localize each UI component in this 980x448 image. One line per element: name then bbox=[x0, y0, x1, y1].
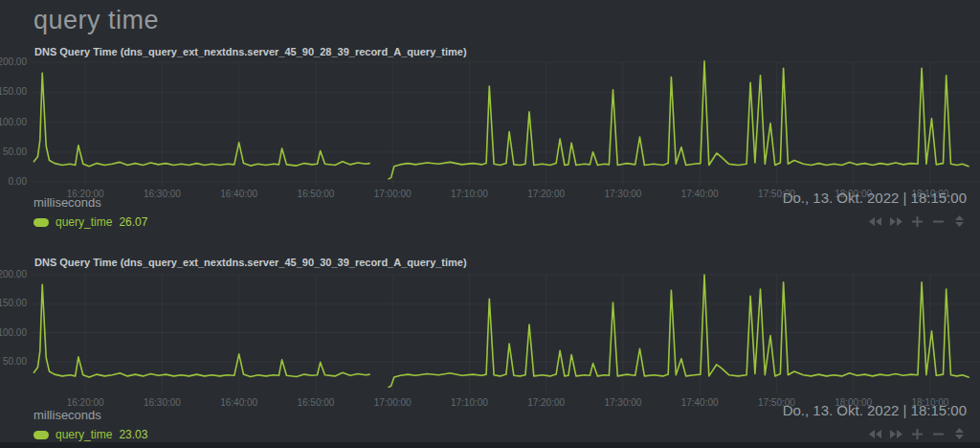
x-axis-tick-label: 16:40:00 bbox=[220, 189, 257, 199]
rewind-icon[interactable] bbox=[868, 214, 882, 228]
x-axis-tick-label: 16:50:00 bbox=[297, 397, 334, 408]
chart-title: DNS Query Time (dns_query_ext_nextdns.se… bbox=[34, 257, 467, 268]
zoom-in-icon[interactable] bbox=[910, 427, 924, 440]
page-title: query time bbox=[33, 6, 159, 35]
x-axis-tick-label: 16:20:00 bbox=[67, 397, 104, 408]
zoom-in-icon[interactable] bbox=[910, 214, 924, 228]
x-axis-tick-label: 16:40:00 bbox=[220, 397, 257, 408]
y-axis-tick-label: 50.00 bbox=[3, 146, 27, 157]
y-axis-tick-label: 100.00 bbox=[0, 327, 27, 338]
chart-timestamp: Do., 13. Okt. 2022 | 18:15:00 bbox=[783, 190, 967, 206]
unit-label: milliseconds bbox=[33, 408, 101, 422]
y-axis-tick-label: 200.00 bbox=[0, 270, 27, 280]
chart-toolbar bbox=[868, 214, 967, 228]
x-axis-tick-label: 17:20:00 bbox=[527, 189, 565, 199]
legend-item-query-time[interactable]: query_time 26.07 bbox=[33, 215, 147, 229]
series-color-pill-icon bbox=[33, 431, 49, 439]
chart-title: DNS Query Time (dns_query_ext_nextdns.se… bbox=[34, 46, 467, 57]
legend-series-name: query_time bbox=[56, 428, 112, 441]
legend-series-name: query_time bbox=[56, 215, 112, 229]
fast-forward-icon[interactable] bbox=[889, 427, 903, 440]
y-axis-tick-label: 0.00 bbox=[9, 176, 28, 187]
series-line-query_time bbox=[389, 275, 969, 387]
x-axis-tick-label: 16:30:00 bbox=[144, 397, 181, 408]
x-axis-tick-label: 16:50:00 bbox=[297, 189, 334, 199]
x-axis-tick-label: 17:10:00 bbox=[451, 189, 488, 199]
x-axis-tick-label: 17:30:00 bbox=[604, 397, 641, 408]
x-axis-tick-label: 16:30:00 bbox=[144, 189, 181, 199]
vertical-resize-icon[interactable] bbox=[952, 427, 967, 440]
chart-canvas[interactable]: 200.00150.00100.0050.0016:20:0016:30:001… bbox=[0, 270, 980, 419]
chart-section-1: DNS Query Time (dns_query_ext_nextdns.se… bbox=[0, 46, 980, 237]
x-axis-tick-label: 17:30:00 bbox=[604, 189, 641, 199]
chart-toolbar bbox=[868, 427, 967, 440]
x-axis-tick-label: 17:00:00 bbox=[374, 189, 412, 199]
y-axis-tick-label: 50.00 bbox=[3, 356, 27, 367]
x-axis-tick-label: 17:00:00 bbox=[374, 397, 412, 408]
y-axis-tick-label: 150.00 bbox=[0, 86, 27, 97]
legend-series-value: 26.07 bbox=[119, 215, 147, 229]
unit-label: milliseconds bbox=[33, 195, 101, 210]
x-axis-tick-label: 17:20:00 bbox=[527, 397, 565, 408]
zoom-out-icon[interactable] bbox=[931, 214, 946, 228]
series-line-query_time bbox=[33, 284, 369, 377]
chart-timestamp: Do., 13. Okt. 2022 | 18:15:00 bbox=[783, 402, 967, 418]
chart-canvas[interactable]: 200.00150.00100.0050.000.0016:20:0016:30… bbox=[0, 57, 980, 207]
x-axis-tick-label: 17:10:00 bbox=[451, 397, 488, 408]
series-line-query_time bbox=[389, 61, 969, 179]
legend-item-query-time[interactable]: query_time 23.03 bbox=[33, 428, 147, 441]
series-color-pill-icon bbox=[33, 218, 49, 227]
fast-forward-icon[interactable] bbox=[889, 214, 903, 228]
y-axis-tick-label: 100.00 bbox=[0, 117, 27, 127]
vertical-resize-icon[interactable] bbox=[952, 214, 967, 228]
legend-series-value: 23.03 bbox=[119, 428, 147, 441]
x-axis-tick-label: 17:40:00 bbox=[681, 397, 719, 408]
zoom-out-icon[interactable] bbox=[931, 427, 946, 440]
window-bottom-edge bbox=[0, 442, 980, 448]
x-axis-tick-label: 17:40:00 bbox=[681, 189, 719, 199]
y-axis-tick-label: 200.00 bbox=[0, 57, 27, 67]
dashboard-page: query time DNS Query Time (dns_query_ext… bbox=[0, 0, 980, 448]
rewind-icon[interactable] bbox=[868, 427, 882, 440]
chart-section-2: DNS Query Time (dns_query_ext_nextdns.se… bbox=[0, 257, 980, 448]
y-axis-tick-label: 150.00 bbox=[0, 298, 27, 308]
